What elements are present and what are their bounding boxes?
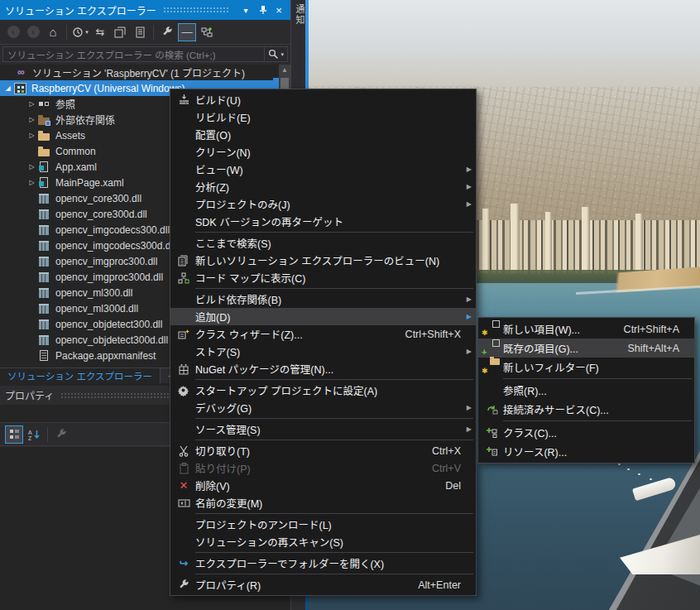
menu-item-label: 貼り付け(P) xyxy=(195,460,432,476)
expand-arrow-icon[interactable]: ◢ xyxy=(3,84,12,92)
menu-item-label: 新しいソリューション エクスプローラーのビュー(N) xyxy=(195,252,474,268)
submenu-arrow-icon: ▶ xyxy=(463,425,474,433)
search-icon[interactable]: ▾ xyxy=(264,47,287,61)
svg-text:A: A xyxy=(28,429,32,435)
menu-item-show-on-code-map[interactable]: コード マップに表示(C) xyxy=(170,269,476,286)
collapse-arrow-icon[interactable]: ▷ xyxy=(27,179,36,186)
menu-item-rescan-solution[interactable]: ソリューションの再スキャン(S) xyxy=(170,533,476,550)
forward-icon[interactable]: › xyxy=(24,23,42,41)
menu-item-label: 配置(O) xyxy=(195,127,474,142)
menu-item-analyze[interactable]: 分析(Z) ▶ xyxy=(170,178,476,195)
submenu-item-class[interactable]: クラス(C)... xyxy=(478,423,694,442)
tree-item-label: opencv_imgcodecs300.dll xyxy=(55,224,170,236)
menu-item-label: ソース管理(S) xyxy=(195,421,463,437)
submenu-item-reference[interactable]: 参照(R)... xyxy=(478,381,694,400)
menu-item-rename[interactable]: 名前の変更(M) xyxy=(170,494,476,512)
menu-separator xyxy=(195,439,473,440)
solution-explorer-toolbar: ‹ › ⌂ ▾ ⇆ — xyxy=(0,20,290,45)
menu-item-store[interactable]: ストア(S) ▶ xyxy=(170,343,476,360)
show-all-files-toggle-icon[interactable]: — xyxy=(178,23,196,41)
gear-icon xyxy=(172,385,195,396)
menu-item-build-dependencies[interactable]: ビルド依存関係(B) ▶ xyxy=(170,291,476,308)
cpp-project-icon xyxy=(14,83,26,94)
dll-icon xyxy=(38,303,50,315)
collapse-all-icon[interactable] xyxy=(111,23,129,41)
pin-icon[interactable] xyxy=(256,3,269,17)
pending-changes-filter-icon[interactable]: ▾ xyxy=(71,23,89,41)
menu-item-debug[interactable]: デバッグ(G) ▶ xyxy=(170,399,476,416)
menu-item-label: 名前の変更(M) xyxy=(195,495,474,511)
menu-item-add[interactable]: 追加(D) ▶ xyxy=(170,308,476,325)
toolbar-separator xyxy=(47,427,48,442)
tree-row-solution[interactable]: ∞ ソリューション 'RaspberryCV' (1 プロジェクト) xyxy=(0,65,290,80)
properties-wrench-icon[interactable] xyxy=(158,23,176,41)
menu-item-clean[interactable]: クリーン(N) xyxy=(170,143,476,161)
tab-solution-explorer[interactable]: ソリューション エクスプローラー xyxy=(0,368,160,383)
clipboard-icon xyxy=(172,463,195,474)
submenu-item-connected-service[interactable]: 接続済みサービス(C)... xyxy=(478,400,694,419)
menu-item-retarget-sdk[interactable]: SDK バージョンの再ターゲット xyxy=(170,213,476,230)
scroll-up-icon[interactable]: ▲ xyxy=(279,65,290,76)
home-icon[interactable]: ⌂ xyxy=(44,23,62,41)
tool-window-titlebar[interactable]: ソリューション エクスプローラー ▾ × xyxy=(0,0,290,20)
menu-item-deploy[interactable]: 配置(O) xyxy=(170,126,476,143)
menu-item-label: クラス(C)... xyxy=(503,425,693,440)
xaml-file-icon xyxy=(38,177,50,189)
submenu-arrow-icon: ▶ xyxy=(463,200,474,208)
menu-item-label: 参照(R)... xyxy=(503,382,693,398)
menu-item-source-control[interactable]: ソース管理(S) ▶ xyxy=(170,420,476,438)
close-icon[interactable]: × xyxy=(272,3,285,17)
folder-icon xyxy=(38,146,50,157)
categorized-view-icon[interactable] xyxy=(5,425,23,444)
property-pages-wrench-icon[interactable] xyxy=(52,425,70,444)
menu-item-scope-to-this[interactable]: ここまで検索(S) xyxy=(170,234,476,252)
menu-shortcut: Shift+Alt+A xyxy=(627,343,693,354)
new-solution-explorer-view-icon xyxy=(172,255,195,267)
menu-item-rebuild[interactable]: リビルド(E) xyxy=(170,108,476,126)
menu-item-set-startup-project[interactable]: スタートアップ プロジェクトに設定(A) xyxy=(170,382,476,399)
sort-alphabetical-icon[interactable]: AZ xyxy=(25,425,43,444)
back-icon[interactable]: ‹ xyxy=(4,23,22,41)
tree-item-label: Package.appxmanifest xyxy=(55,350,156,362)
menu-item-view[interactable]: ビュー(W) ▶ xyxy=(170,161,476,178)
search-input[interactable]: ソリューション エクスプローラー の検索 (Ctrl+;) ▾ xyxy=(2,46,288,62)
add-class-icon xyxy=(480,427,503,439)
tree-item-label: opencv_imgcodecs300d.dll xyxy=(55,240,175,252)
submenu-item-new-item[interactable]: ✱ 新しい項目(W)... Ctrl+Shift+A xyxy=(478,319,694,339)
menu-item-project-only[interactable]: プロジェクトのみ(J) ▶ xyxy=(170,195,476,213)
submenu-item-new-filter[interactable]: ✱ 新しいフィルター(F) xyxy=(478,358,694,377)
menu-item-new-solution-explorer-view[interactable]: 新しいソリューション エクスプローラーのビュー(N) xyxy=(170,252,476,269)
preview-selected-items-icon[interactable] xyxy=(131,23,149,41)
refresh-icon[interactable]: ⇆ xyxy=(91,23,109,41)
menu-item-delete[interactable]: ✕ 削除(V) Del xyxy=(170,477,476,494)
menu-item-class-wizard[interactable]: クラス ウィザード(Z)... Ctrl+Shift+X xyxy=(170,325,476,343)
menu-item-cut[interactable]: 切り取り(T) Ctrl+X xyxy=(170,442,476,459)
folder-icon xyxy=(38,130,50,142)
menu-item-paste: 貼り付け(P) Ctrl+V xyxy=(170,459,476,477)
menu-shortcut: Ctrl+V xyxy=(432,463,474,474)
references-icon xyxy=(38,98,50,110)
submenu-item-resource[interactable]: リソース(R)... xyxy=(478,442,694,461)
sun-glint xyxy=(650,478,652,480)
menu-item-label: 追加(D) xyxy=(195,309,463,324)
menu-item-label: 新しいフィルター(F) xyxy=(503,359,693,375)
search-placeholder: ソリューション エクスプローラー の検索 (Ctrl+;) xyxy=(3,48,264,61)
collapse-arrow-icon[interactable]: ▷ xyxy=(27,100,36,108)
submenu-arrow-icon: ▶ xyxy=(463,404,474,411)
menu-item-label: 切り取り(T) xyxy=(195,443,432,459)
collapse-arrow-icon[interactable]: ▷ xyxy=(27,163,36,171)
menu-item-properties[interactable]: プロパティ(R) Alt+Enter xyxy=(170,576,476,593)
menu-item-manage-nuget[interactable]: NuGet パッケージの管理(N)... xyxy=(170,360,476,377)
menu-separator xyxy=(195,574,473,574)
menu-separator xyxy=(503,420,692,421)
menu-item-build[interactable]: ビルド(U) xyxy=(170,91,476,108)
submenu-item-existing-item[interactable]: + 既存の項目(G)... Shift+Alt+A xyxy=(478,339,694,358)
collapse-arrow-icon[interactable]: ▷ xyxy=(27,116,36,123)
menu-item-unload-project[interactable]: プロジェクトのアンロード(L) xyxy=(170,516,476,533)
solution-icon: ∞ xyxy=(15,67,27,79)
menu-item-open-folder-in-explorer[interactable]: ↪ エクスプローラーでフォルダーを開く(X) xyxy=(170,555,476,572)
sync-with-active-document-icon[interactable] xyxy=(198,23,216,41)
menu-shortcut: Ctrl+Shift+X xyxy=(405,329,474,340)
collapse-arrow-icon[interactable]: ▷ xyxy=(27,132,36,139)
window-menu-chevron-icon[interactable]: ▾ xyxy=(239,3,252,17)
